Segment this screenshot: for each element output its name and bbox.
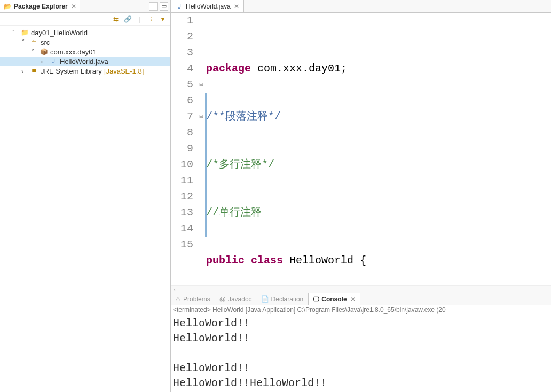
tab-javadoc-label: Javadoc — [228, 295, 252, 303]
library-icon: ≣ — [30, 67, 38, 75]
package-icon: 📦 — [40, 47, 48, 56]
explorer-toolbar: ⇆ 🔗 | ⁝ ▾ — [0, 13, 170, 26]
tree-package[interactable]: ˅ 📦 com.xxx.day01 — [0, 47, 170, 57]
tree-file-label: HelloWorld.java — [60, 58, 108, 66]
change-marker — [205, 93, 207, 237]
line-number: 6 — [171, 93, 193, 109]
close-icon[interactable]: ✕ — [71, 3, 76, 10]
bottom-tabs: ⚠ Problems @ Javadoc 📄 Declaration 🖵 Con… — [171, 293, 551, 305]
tab-problems[interactable]: ⚠ Problems — [171, 293, 215, 305]
explorer-window-controls: — ▭ — [149, 2, 168, 11]
bottom-panel: ⚠ Problems @ Javadoc 📄 Declaration 🖵 Con… — [171, 293, 551, 392]
java-file-icon: J — [49, 57, 58, 66]
chevron-down-icon[interactable]: ˅ — [31, 48, 37, 56]
line-number: 5 — [171, 77, 193, 93]
console-header: <terminated> HelloWorld [Java Applicatio… — [171, 305, 551, 315]
line-number: 10 — [171, 157, 193, 173]
view-menu-icon[interactable]: ▾ — [159, 15, 167, 23]
line-number: 9 — [171, 141, 193, 157]
fold-toggle-icon[interactable]: ⊟ — [196, 77, 206, 93]
package-explorer-tab[interactable]: 📂 Package Explorer ✕ — [0, 0, 80, 12]
tree-jre-deco: [JavaSE-1.8] — [104, 67, 144, 75]
editor-tabbar: J HelloWorld.java ✕ — [171, 0, 551, 13]
tab-declaration-label: Declaration — [271, 295, 304, 303]
link-editor-icon[interactable]: 🔗 — [123, 15, 132, 23]
minimize-icon[interactable]: — — [149, 2, 158, 11]
close-icon[interactable]: ✕ — [350, 295, 356, 303]
tree-src[interactable]: ˅ 🗀 src — [0, 37, 170, 47]
chevron-down-icon[interactable]: ˅ — [12, 29, 18, 37]
tab-console-label: Console — [321, 295, 347, 303]
line-number: 14 — [171, 221, 193, 237]
line-number: 1 — [171, 13, 193, 29]
editor-tab-helloworld[interactable]: J HelloWorld.java ✕ — [171, 0, 244, 12]
tree-project[interactable]: ˅ 📁 day01_HelloWorld — [0, 28, 170, 37]
console-icon: 🖵 — [313, 295, 319, 303]
line-number: 11 — [171, 173, 193, 189]
source-folder-icon: 🗀 — [30, 38, 38, 46]
chevron-right-icon[interactable]: › — [41, 58, 47, 66]
line-number-gutter: 1 2 3 4 5 6 7 8 9 10 11 12 13 14 15 — [171, 13, 196, 285]
maximize-icon[interactable]: ▭ — [160, 2, 168, 11]
code-editor[interactable]: 1 2 3 4 5 6 7 8 9 10 11 12 13 14 15 ⊟ ⊟ … — [171, 13, 551, 285]
java-file-icon: J — [175, 2, 184, 11]
tab-problems-label: Problems — [183, 295, 210, 303]
declaration-icon: 📄 — [261, 295, 269, 303]
line-number: 3 — [171, 45, 193, 61]
scroll-left-icon[interactable]: ‹ — [171, 286, 178, 292]
line-number: 12 — [171, 189, 193, 205]
problems-icon: ⚠ — [175, 295, 181, 303]
line-number: 15 — [171, 237, 193, 253]
tree-project-label: day01_HelloWorld — [31, 29, 88, 37]
close-icon[interactable]: ✕ — [234, 3, 239, 10]
toolbar-separator: | — [135, 15, 144, 23]
chevron-right-icon[interactable]: › — [21, 67, 28, 75]
collapse-all-icon[interactable]: ⇆ — [112, 15, 120, 23]
package-explorer-title: Package Explorer — [14, 3, 68, 10]
tree-jre[interactable]: › ≣ JRE System Library [JavaSE-1.8] — [0, 66, 170, 76]
project-tree[interactable]: ˅ 📁 day01_HelloWorld ˅ 🗀 src ˅ 📦 com.xxx… — [0, 26, 170, 78]
tab-javadoc[interactable]: @ Javadoc — [215, 293, 257, 305]
line-number: 4 — [171, 61, 193, 77]
package-explorer-panel: 📂 Package Explorer ✕ — ▭ ⇆ 🔗 | ⁝ ▾ ˅ 📁 d… — [0, 0, 171, 392]
editor-horizontal-scrollbar[interactable]: ‹ — [171, 285, 551, 293]
chevron-down-icon[interactable]: ˅ — [21, 38, 28, 46]
tab-console[interactable]: 🖵 Console ✕ — [308, 293, 360, 305]
right-panel: J HelloWorld.java ✕ 1 2 3 4 5 6 7 8 9 10… — [171, 0, 551, 392]
tab-declaration[interactable]: 📄 Declaration — [257, 293, 309, 305]
filter-icon[interactable]: ⁝ — [147, 15, 155, 23]
editor-tab-label: HelloWorld.java — [186, 3, 231, 10]
line-number: 13 — [171, 205, 193, 221]
package-explorer-icon: 📂 — [3, 2, 12, 11]
project-icon: 📁 — [20, 28, 29, 37]
console-output[interactable]: HelloWorld!! HelloWorld!! HelloWorld!! H… — [171, 315, 551, 392]
code-area[interactable]: package com.xxx.day01; /**段落注释*/ /*多行注释*… — [206, 13, 551, 285]
line-number: 8 — [171, 125, 193, 141]
tree-file-selected[interactable]: › J HelloWorld.java — [0, 57, 170, 66]
line-number: 2 — [171, 29, 193, 45]
tree-package-label: com.xxx.day01 — [50, 48, 97, 56]
explorer-tabbar: 📂 Package Explorer ✕ — ▭ — [0, 0, 170, 13]
javadoc-icon: @ — [219, 295, 226, 303]
tree-jre-label: JRE System Library — [41, 67, 102, 75]
tree-src-label: src — [41, 38, 50, 46]
line-number: 7 — [171, 109, 193, 125]
